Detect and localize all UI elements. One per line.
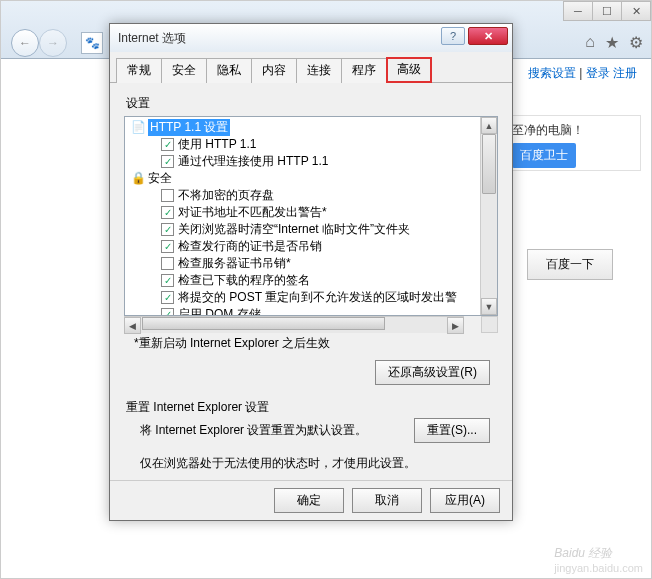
maximize-button[interactable]: ☐: [592, 1, 622, 21]
gear-icon[interactable]: ⚙: [629, 33, 643, 52]
checkbox-icon[interactable]: ✓: [161, 240, 174, 253]
tab-advanced[interactable]: 高级: [386, 57, 432, 83]
lock-icon: 🔒: [131, 170, 146, 187]
apply-button[interactable]: 应用(A): [430, 488, 500, 513]
promo-card: 至净的电脑！ 百度卫士: [505, 115, 641, 171]
home-icon[interactable]: ⌂: [585, 33, 595, 52]
search-settings-link[interactable]: 搜索设置: [528, 66, 576, 80]
tree-item[interactable]: 不将加密的页存盘: [127, 187, 480, 204]
tab-strip: 常规 安全 隐私 内容 连接 程序 高级: [110, 52, 512, 83]
help-button[interactable]: ?: [441, 27, 465, 45]
forward-button[interactable]: →: [39, 29, 67, 57]
checkbox-icon[interactable]: [161, 257, 174, 270]
reset-button[interactable]: 重置(S)...: [414, 418, 490, 443]
hscroll-track[interactable]: [142, 317, 446, 332]
dialog-close-button[interactable]: ✕: [468, 27, 508, 45]
tab-connections[interactable]: 连接: [296, 58, 342, 83]
tree-item[interactable]: ✓关闭浏览器时清空“Internet 临时文件”文件夹: [127, 221, 480, 238]
checkbox-icon[interactable]: ✓: [161, 308, 174, 315]
tree-item[interactable]: ✓使用 HTTP 1.1: [127, 136, 480, 153]
checkbox-icon[interactable]: ✓: [161, 155, 174, 168]
dialog-body: 设置 📄HTTP 1.1 设置 ✓使用 HTTP 1.1 ✓通过代理连接使用 H…: [110, 83, 512, 488]
dialog-title: Internet 选项: [118, 30, 186, 47]
checkbox-icon[interactable]: ✓: [161, 291, 174, 304]
scroll-right-icon[interactable]: ▶: [447, 317, 464, 334]
nav-buttons: ← →: [11, 29, 67, 57]
restore-defaults-button[interactable]: 还原高级设置(R): [375, 360, 490, 385]
tab-content[interactable]: 内容: [251, 58, 297, 83]
internet-options-dialog: Internet 选项 ? ✕ 常规 安全 隐私 内容 连接 程序 高级 设置 …: [109, 23, 513, 521]
header-links: 搜索设置 | 登录 注册: [528, 65, 637, 82]
tree-item[interactable]: ✓对证书地址不匹配发出警告*: [127, 204, 480, 221]
tab-privacy[interactable]: 隐私: [206, 58, 252, 83]
dialog-footer: 确定 取消 应用(A): [110, 480, 512, 520]
dialog-titlebar[interactable]: Internet 选项 ? ✕: [110, 24, 512, 52]
checkbox-icon[interactable]: ✓: [161, 138, 174, 151]
tab-general[interactable]: 常规: [116, 58, 162, 83]
tree-group-http[interactable]: 📄HTTP 1.1 设置: [127, 119, 480, 136]
page-icon: 📄: [131, 119, 146, 136]
tree-item[interactable]: ✓将提交的 POST 重定向到不允许发送的区域时发出警: [127, 289, 480, 306]
checkbox-icon[interactable]: ✓: [161, 206, 174, 219]
cancel-button[interactable]: 取消: [352, 488, 422, 513]
vertical-scrollbar[interactable]: ▲ ▼: [480, 117, 497, 315]
checkbox-icon[interactable]: ✓: [161, 274, 174, 287]
restart-note: *重新启动 Internet Explorer 之后生效: [124, 333, 498, 358]
scroll-left-icon[interactable]: ◀: [124, 317, 141, 334]
star-icon[interactable]: ★: [605, 33, 619, 52]
scroll-down-icon[interactable]: ▼: [481, 298, 497, 315]
tree-item[interactable]: ✓检查发行商的证书是否吊销: [127, 238, 480, 255]
tab-programs[interactable]: 程序: [341, 58, 387, 83]
settings-tree-container: 📄HTTP 1.1 设置 ✓使用 HTTP 1.1 ✓通过代理连接使用 HTTP…: [124, 116, 498, 316]
scroll-track[interactable]: [481, 134, 497, 298]
tree-item[interactable]: 检查服务器证书吊销*: [127, 255, 480, 272]
window-controls: ─ ☐ ✕: [564, 1, 651, 21]
watermark: Baidu 经验 jingyan.baidu.com: [554, 539, 643, 574]
reset-info: 仅在浏览器处于无法使用的状态时，才使用此设置。: [124, 449, 498, 480]
register-link[interactable]: 注册: [613, 66, 637, 80]
reset-group-label: 重置 Internet Explorer 设置: [126, 399, 498, 416]
minimize-button[interactable]: ─: [563, 1, 593, 21]
tree-item[interactable]: ✓启用 DOM 存储: [127, 306, 480, 315]
checkbox-icon[interactable]: [161, 189, 174, 202]
favicon: 🐾: [81, 32, 103, 54]
scroll-corner: [481, 316, 498, 333]
promo-text: 至净的电脑！: [512, 122, 640, 139]
scroll-thumb[interactable]: [482, 134, 496, 194]
tab-security[interactable]: 安全: [161, 58, 207, 83]
tree-item[interactable]: ✓检查已下载的程序的签名: [127, 272, 480, 289]
horizontal-scrollbar[interactable]: ◀ ▶: [124, 316, 464, 333]
promo-button[interactable]: 百度卫士: [512, 143, 576, 168]
login-link[interactable]: 登录: [586, 66, 610, 80]
scroll-up-icon[interactable]: ▲: [481, 117, 497, 134]
ok-button[interactable]: 确定: [274, 488, 344, 513]
reset-description: 将 Internet Explorer 设置重置为默认设置。: [140, 422, 367, 439]
settings-tree[interactable]: 📄HTTP 1.1 设置 ✓使用 HTTP 1.1 ✓通过代理连接使用 HTTP…: [125, 117, 480, 315]
toolbar-icons: ⌂ ★ ⚙: [585, 33, 643, 52]
hscroll-thumb[interactable]: [142, 317, 385, 330]
checkbox-icon[interactable]: ✓: [161, 223, 174, 236]
back-button[interactable]: ←: [11, 29, 39, 57]
settings-label: 设置: [126, 95, 498, 112]
tree-group-security[interactable]: 🔒安全: [127, 170, 480, 187]
close-window-button[interactable]: ✕: [621, 1, 651, 21]
baidu-search-button[interactable]: 百度一下: [527, 249, 613, 280]
tree-item[interactable]: ✓通过代理连接使用 HTTP 1.1: [127, 153, 480, 170]
